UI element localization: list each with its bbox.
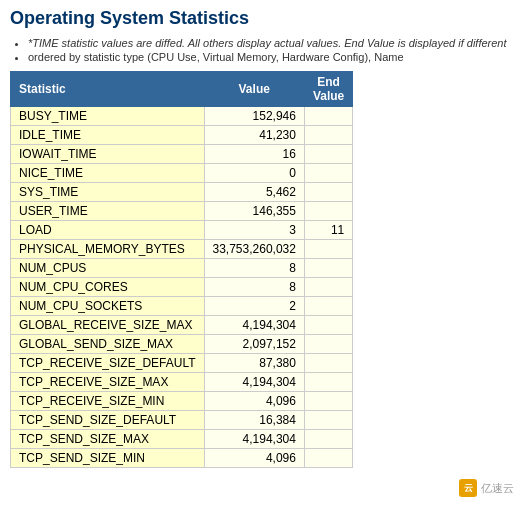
cell-end-value — [304, 430, 352, 449]
cell-value: 16,384 — [204, 411, 304, 430]
cell-statistic: TCP_RECEIVE_SIZE_MAX — [11, 373, 205, 392]
cell-statistic: IOWAIT_TIME — [11, 145, 205, 164]
cell-end-value — [304, 145, 352, 164]
table-header-row: Statistic Value End Value — [11, 72, 353, 107]
cell-end-value — [304, 297, 352, 316]
cell-statistic: NUM_CPU_SOCKETS — [11, 297, 205, 316]
cell-end-value — [304, 259, 352, 278]
cell-value: 5,462 — [204, 183, 304, 202]
cell-value: 4,194,304 — [204, 373, 304, 392]
cell-statistic: SYS_TIME — [11, 183, 205, 202]
table-row: LOAD311 — [11, 221, 353, 240]
cell-statistic: TCP_SEND_SIZE_DEFAULT — [11, 411, 205, 430]
cell-statistic: BUSY_TIME — [11, 107, 205, 126]
cell-statistic: LOAD — [11, 221, 205, 240]
cell-value: 8 — [204, 259, 304, 278]
cell-end-value — [304, 183, 352, 202]
table-row: GLOBAL_SEND_SIZE_MAX2,097,152 — [11, 335, 353, 354]
cell-statistic: GLOBAL_RECEIVE_SIZE_MAX — [11, 316, 205, 335]
cell-end-value — [304, 240, 352, 259]
cell-end-value — [304, 316, 352, 335]
page-title: Operating System Statistics — [10, 8, 512, 29]
table-row: NUM_CPUS8 — [11, 259, 353, 278]
cell-end-value — [304, 373, 352, 392]
table-row: TCP_RECEIVE_SIZE_MAX4,194,304 — [11, 373, 353, 392]
table-row: USER_TIME146,355 — [11, 202, 353, 221]
cell-end-value: 11 — [304, 221, 352, 240]
table-row: TCP_RECEIVE_SIZE_MIN4,096 — [11, 392, 353, 411]
table-row: TCP_SEND_SIZE_MIN4,096 — [11, 449, 353, 468]
cell-end-value — [304, 335, 352, 354]
table-row: BUSY_TIME152,946 — [11, 107, 353, 126]
table-row: PHYSICAL_MEMORY_BYTES33,753,260,032 — [11, 240, 353, 259]
note-item-2: ordered by statistic type (CPU Use, Virt… — [28, 51, 512, 63]
table-row: IOWAIT_TIME16 — [11, 145, 353, 164]
cell-statistic: USER_TIME — [11, 202, 205, 221]
cell-statistic: NUM_CPU_CORES — [11, 278, 205, 297]
cell-value: 152,946 — [204, 107, 304, 126]
cell-end-value — [304, 354, 352, 373]
cell-value: 4,194,304 — [204, 316, 304, 335]
cell-value: 8 — [204, 278, 304, 297]
table-row: IDLE_TIME41,230 — [11, 126, 353, 145]
cell-value: 41,230 — [204, 126, 304, 145]
cell-value: 33,753,260,032 — [204, 240, 304, 259]
cell-value: 2 — [204, 297, 304, 316]
col-header-end-value: End Value — [304, 72, 352, 107]
cell-value: 2,097,152 — [204, 335, 304, 354]
watermark: 云 亿速云 — [459, 479, 514, 497]
table-row: SYS_TIME5,462 — [11, 183, 353, 202]
table-row: NUM_CPU_SOCKETS2 — [11, 297, 353, 316]
notes-list: *TIME statistic values are diffed. All o… — [10, 37, 512, 63]
cell-statistic: GLOBAL_SEND_SIZE_MAX — [11, 335, 205, 354]
table-row: TCP_RECEIVE_SIZE_DEFAULT87,380 — [11, 354, 353, 373]
cell-end-value — [304, 107, 352, 126]
cell-statistic: IDLE_TIME — [11, 126, 205, 145]
table-body: BUSY_TIME152,946IDLE_TIME41,230IOWAIT_TI… — [11, 107, 353, 468]
cell-value: 3 — [204, 221, 304, 240]
col-header-statistic: Statistic — [11, 72, 205, 107]
cell-end-value — [304, 278, 352, 297]
cell-statistic: TCP_RECEIVE_SIZE_MIN — [11, 392, 205, 411]
cell-value: 16 — [204, 145, 304, 164]
cell-end-value — [304, 164, 352, 183]
cell-statistic: TCP_SEND_SIZE_MAX — [11, 430, 205, 449]
cell-value: 146,355 — [204, 202, 304, 221]
statistics-table: Statistic Value End Value BUSY_TIME152,9… — [10, 71, 353, 468]
cell-statistic: TCP_RECEIVE_SIZE_DEFAULT — [11, 354, 205, 373]
table-row: NICE_TIME0 — [11, 164, 353, 183]
cell-value: 4,096 — [204, 449, 304, 468]
note-item-1: *TIME statistic values are diffed. All o… — [28, 37, 512, 49]
cell-statistic: TCP_SEND_SIZE_MIN — [11, 449, 205, 468]
cell-statistic: NUM_CPUS — [11, 259, 205, 278]
col-header-value: Value — [204, 72, 304, 107]
table-row: NUM_CPU_CORES8 — [11, 278, 353, 297]
cell-statistic: PHYSICAL_MEMORY_BYTES — [11, 240, 205, 259]
cell-value: 0 — [204, 164, 304, 183]
cell-end-value — [304, 392, 352, 411]
cell-value: 4,194,304 — [204, 430, 304, 449]
watermark-icon: 云 — [459, 479, 477, 497]
cell-value: 87,380 — [204, 354, 304, 373]
watermark-text: 亿速云 — [481, 481, 514, 496]
table-row: TCP_SEND_SIZE_DEFAULT16,384 — [11, 411, 353, 430]
table-row: TCP_SEND_SIZE_MAX4,194,304 — [11, 430, 353, 449]
cell-end-value — [304, 126, 352, 145]
cell-end-value — [304, 411, 352, 430]
cell-value: 4,096 — [204, 392, 304, 411]
cell-end-value — [304, 449, 352, 468]
cell-statistic: NICE_TIME — [11, 164, 205, 183]
table-row: GLOBAL_RECEIVE_SIZE_MAX4,194,304 — [11, 316, 353, 335]
cell-end-value — [304, 202, 352, 221]
